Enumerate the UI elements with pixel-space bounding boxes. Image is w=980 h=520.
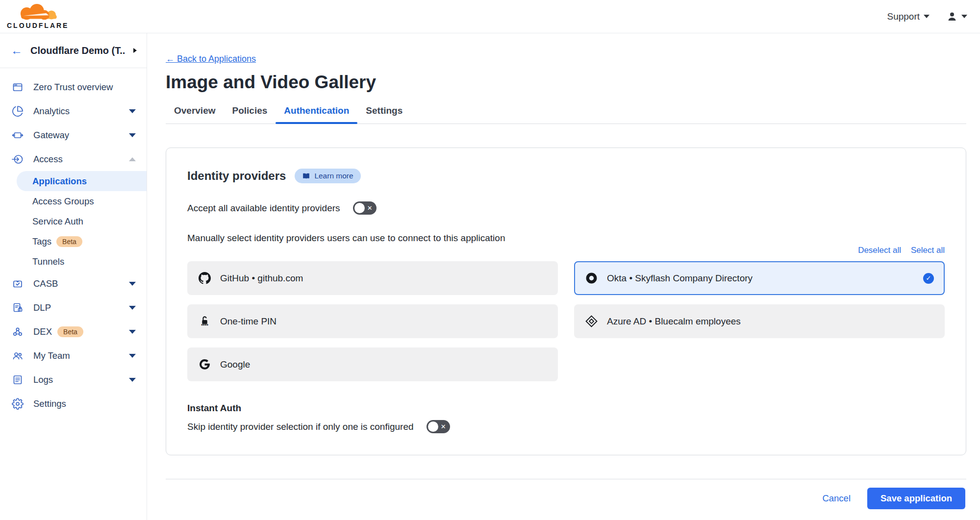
tab-overview[interactable]: Overview xyxy=(166,105,224,124)
provider-name: GitHub • github.com xyxy=(220,273,303,284)
browser-window-icon xyxy=(12,81,24,93)
chevron-up-icon xyxy=(129,157,136,161)
sidebar-nav: Zero Trust overview Analytics Gateway xyxy=(0,68,147,416)
instant-auth-toggle[interactable]: ✕ xyxy=(427,420,450,433)
account-name[interactable]: Cloudflare Demo (T... xyxy=(30,45,126,56)
sidebar-subitem-label: Applications xyxy=(32,176,87,187)
instant-auth-heading: Instant Auth xyxy=(187,403,945,414)
cloudflare-logo[interactable]: CLOUDFLARE xyxy=(7,3,69,29)
sidebar-item-access[interactable]: Access xyxy=(0,147,147,171)
sidebar-item-label: DEX xyxy=(33,326,52,337)
sidebar-item-dlp[interactable]: DLP xyxy=(0,296,147,320)
provider-card-okta[interactable]: Okta • Skyflash Company Directory ✓ xyxy=(574,261,945,295)
logs-list-icon xyxy=(12,374,24,386)
okta-icon xyxy=(585,272,598,285)
support-label: Support xyxy=(887,11,920,22)
sidebar-subitem-service-auth[interactable]: Service Auth xyxy=(0,211,147,231)
save-application-button[interactable]: Save application xyxy=(867,488,965,509)
sidebar-item-gateway[interactable]: Gateway xyxy=(0,123,147,147)
selected-check-icon: ✓ xyxy=(923,273,934,284)
tab-bar: Overview Policies Authentication Setting… xyxy=(166,105,966,124)
sidebar-subitem-label: Tunnels xyxy=(32,256,64,267)
toggle-off-x-icon: ✕ xyxy=(441,423,446,430)
accept-all-toggle[interactable]: ✕ xyxy=(353,201,377,215)
provider-card-azure-ad[interactable]: Azure AD • Bluecalm employees xyxy=(574,304,945,338)
sidebar-account-header: ← Cloudflare Demo (T... xyxy=(0,33,147,68)
chevron-down-icon xyxy=(129,109,136,113)
topbar-actions: Support xyxy=(887,11,967,23)
sidebar-subitem-tunnels[interactable]: Tunnels xyxy=(0,251,147,272)
sidebar-item-zero-trust-overview[interactable]: Zero Trust overview xyxy=(0,75,147,99)
toggle-knob xyxy=(428,421,438,432)
chevron-right-icon[interactable] xyxy=(133,48,137,53)
sidebar-item-label: My Team xyxy=(33,350,70,361)
toggle-knob xyxy=(354,203,365,213)
sidebar-subitem-applications[interactable]: Applications xyxy=(17,171,147,191)
learn-more-badge[interactable]: Learn more xyxy=(295,169,360,183)
provider-card-github[interactable]: GitHub • github.com xyxy=(187,261,558,295)
chevron-down-icon xyxy=(961,15,967,18)
gear-icon xyxy=(12,398,24,410)
sidebar-subitem-access-groups[interactable]: Access Groups xyxy=(0,191,147,211)
book-icon xyxy=(302,172,310,180)
svg-text:****: **** xyxy=(201,323,208,327)
deselect-all-link[interactable]: Deselect all xyxy=(858,246,901,255)
provider-card-one-time-pin[interactable]: **** One-time PIN xyxy=(187,304,558,338)
provider-name: Google xyxy=(220,359,250,370)
sidebar-item-label: Logs xyxy=(33,374,53,385)
support-menu[interactable]: Support xyxy=(887,11,930,22)
sidebar-item-analytics[interactable]: Analytics xyxy=(0,99,147,123)
google-icon xyxy=(198,358,211,371)
sidebar: ← Cloudflare Demo (T... Zero Trust overv… xyxy=(0,33,147,520)
chevron-down-icon xyxy=(129,330,136,334)
provider-grid: GitHub • github.com Okta • Skyflash Comp… xyxy=(187,261,945,381)
select-all-link[interactable]: Select all xyxy=(911,246,945,255)
learn-more-label: Learn more xyxy=(314,172,353,180)
footer-actions: Cancel Save application xyxy=(166,479,966,509)
chevron-down-icon xyxy=(129,354,136,358)
tab-settings[interactable]: Settings xyxy=(357,105,411,124)
sidebar-subitem-label: Service Auth xyxy=(32,216,83,227)
logo-wordmark: CLOUDFLARE xyxy=(7,22,69,29)
provider-card-google[interactable]: Google xyxy=(187,347,558,381)
sidebar-item-casb[interactable]: CASB xyxy=(0,272,147,296)
tab-authentication[interactable]: Authentication xyxy=(276,105,357,124)
sidebar-item-label: Zero Trust overview xyxy=(33,82,113,93)
top-header: CLOUDFLARE Support xyxy=(0,0,980,33)
chevron-down-icon xyxy=(129,133,136,137)
chevron-down-icon xyxy=(129,378,136,382)
chevron-down-icon xyxy=(924,15,930,18)
casb-shield-check-icon xyxy=(12,278,24,290)
sidebar-item-dex[interactable]: DEX Beta xyxy=(0,320,147,344)
one-time-pin-icon: **** xyxy=(198,315,211,328)
provider-name: One-time PIN xyxy=(220,316,276,327)
sidebar-item-label: CASB xyxy=(33,278,58,289)
provider-name: Azure AD • Bluecalm employees xyxy=(607,316,741,327)
sidebar-item-settings[interactable]: Settings xyxy=(0,392,147,416)
dex-network-icon xyxy=(12,326,24,338)
main-content: ← Back to Applications Image and Video G… xyxy=(147,33,980,520)
sidebar-item-my-team[interactable]: My Team xyxy=(0,344,147,368)
cancel-button[interactable]: Cancel xyxy=(822,493,851,504)
beta-badge: Beta xyxy=(56,236,82,247)
tab-policies[interactable]: Policies xyxy=(224,105,276,124)
identity-providers-card: Identity providers Learn more Accept all… xyxy=(166,148,966,455)
user-account-menu[interactable] xyxy=(946,11,967,23)
provider-name: Okta • Skyflash Company Directory xyxy=(607,273,753,284)
accept-all-label: Accept all available identity providers xyxy=(187,203,340,214)
manual-select-text: Manually select identity providers users… xyxy=(187,233,945,244)
back-to-applications-link[interactable]: ← Back to Applications xyxy=(166,54,256,64)
back-arrow-icon[interactable]: ← xyxy=(11,45,23,56)
chevron-down-icon xyxy=(129,282,136,286)
sidebar-subitem-label: Access Groups xyxy=(32,196,94,207)
sidebar-subitem-label: Tags xyxy=(32,236,51,247)
page-title: Image and Video Gallery xyxy=(166,72,966,93)
pie-chart-icon xyxy=(12,105,24,117)
azure-ad-icon xyxy=(585,315,598,328)
gateway-icon xyxy=(12,129,24,141)
user-icon xyxy=(946,11,958,23)
sidebar-item-logs[interactable]: Logs xyxy=(0,368,147,392)
sidebar-subitem-tags[interactable]: Tags Beta xyxy=(0,231,147,251)
document-lock-icon xyxy=(12,302,24,314)
cloudflare-zero-trust-page: CLOUDFLARE Support ← Cloudflare Demo (T.… xyxy=(0,0,980,520)
